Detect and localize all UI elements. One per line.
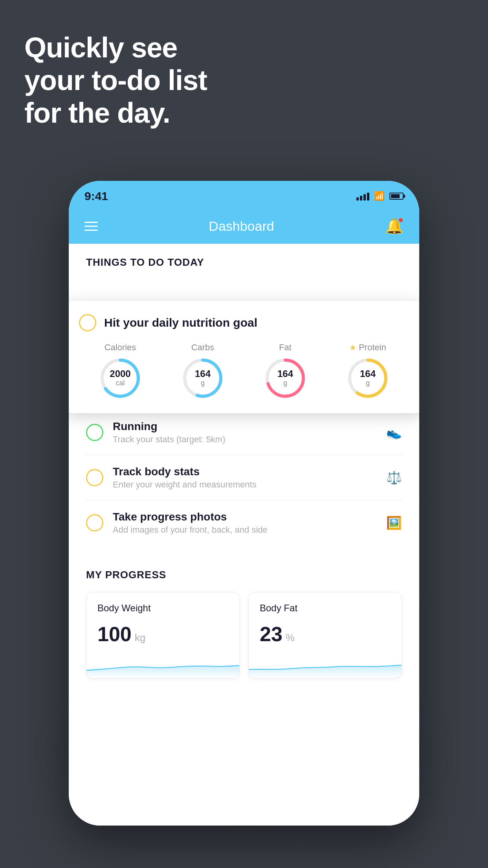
nav-title: Dashboard — [209, 219, 274, 234]
carbs-ring: 164 g — [181, 357, 224, 400]
scale-icon: ⚖️ — [386, 470, 402, 485]
photos-radio[interactable] — [86, 514, 103, 531]
photos-title: Take progress photos — [113, 511, 377, 523]
list-item[interactable]: Running Track your stats (target: 5km) 👟 — [86, 410, 402, 455]
running-subtitle: Track your stats (target: 5km) — [113, 434, 377, 445]
star-icon: ★ — [349, 343, 356, 352]
card-title-row: Hit your daily nutrition goal — [79, 314, 409, 331]
status-bar: 9:41 📶 — [69, 181, 419, 208]
list-item[interactable]: Track body stats Enter your weight and m… — [86, 455, 402, 500]
signal-icon — [356, 192, 369, 200]
nutrition-card: Hit your daily nutrition goal Calories — [69, 301, 419, 413]
fat-label: Fat — [279, 342, 292, 353]
hero-text: Quickly see your to-do list for the day. — [24, 31, 207, 129]
body-fat-label: Body Fat — [260, 603, 391, 614]
body-weight-value: 100 — [97, 622, 132, 646]
menu-button[interactable] — [84, 222, 98, 231]
hero-line3: for the day. — [24, 97, 207, 129]
nutrition-protein: ★ Protein 164 g — [346, 342, 389, 400]
nutrition-fat: Fat 164 g — [264, 342, 307, 400]
body-weight-card[interactable]: Body Weight 100 kg — [86, 592, 240, 679]
body-fat-chart — [249, 655, 402, 678]
status-time: 9:41 — [84, 189, 108, 203]
main-content: THINGS TO DO TODAY Hit your daily nutrit… — [69, 244, 419, 826]
todo-list: Running Track your stats (target: 5km) 👟… — [69, 410, 419, 545]
running-radio[interactable] — [86, 424, 103, 441]
calories-label: Calories — [105, 342, 136, 353]
notification-dot — [398, 217, 404, 223]
notification-button[interactable]: 🔔 — [385, 217, 404, 235]
nutrition-row: Calories 2000 cal — [79, 342, 409, 400]
nutrition-card-title: Hit your daily nutrition goal — [104, 316, 257, 329]
nutrition-calories: Calories 2000 cal — [99, 342, 142, 400]
person-icon: 🖼️ — [386, 515, 402, 530]
fat-ring: 164 g — [264, 357, 307, 400]
progress-header: MY PROGRESS — [86, 569, 402, 581]
protein-label: ★ Protein — [349, 342, 386, 353]
hero-line1: Quickly see — [24, 31, 207, 64]
list-item[interactable]: Take progress photos Add images of your … — [86, 500, 402, 545]
photos-subtitle: Add images of your front, back, and side — [113, 525, 377, 535]
progress-cards: Body Weight 100 kg — [86, 592, 402, 679]
nutrition-radio[interactable] — [79, 314, 96, 331]
phone-frame: 9:41 📶 Dashboard 🔔 — [69, 181, 419, 826]
body-weight-unit: kg — [135, 632, 145, 644]
body-fat-value: 23 — [260, 622, 283, 646]
shoe-icon: 👟 — [386, 425, 402, 440]
body-fat-unit: % — [286, 632, 295, 644]
things-to-do-header: THINGS TO DO TODAY — [69, 244, 419, 276]
progress-section: MY PROGRESS Body Weight 100 kg — [69, 553, 419, 679]
carbs-label: Carbs — [191, 342, 215, 353]
bodystats-radio[interactable] — [86, 469, 103, 486]
bodystats-title: Track body stats — [113, 465, 377, 478]
nav-bar: Dashboard 🔔 — [69, 208, 419, 244]
body-weight-label: Body Weight — [97, 603, 228, 614]
nutrition-carbs: Carbs 164 g — [181, 342, 224, 400]
body-fat-card[interactable]: Body Fat 23 % — [248, 592, 402, 679]
bodystats-subtitle: Enter your weight and measurements — [113, 480, 377, 490]
hero-line2: your to-do list — [24, 64, 207, 97]
battery-icon — [389, 193, 404, 200]
wifi-icon: 📶 — [374, 191, 385, 201]
calories-ring: 2000 cal — [99, 357, 142, 400]
body-weight-chart — [86, 655, 239, 678]
status-icons: 📶 — [356, 191, 404, 201]
protein-ring: 164 g — [346, 357, 389, 400]
running-title: Running — [113, 420, 377, 433]
